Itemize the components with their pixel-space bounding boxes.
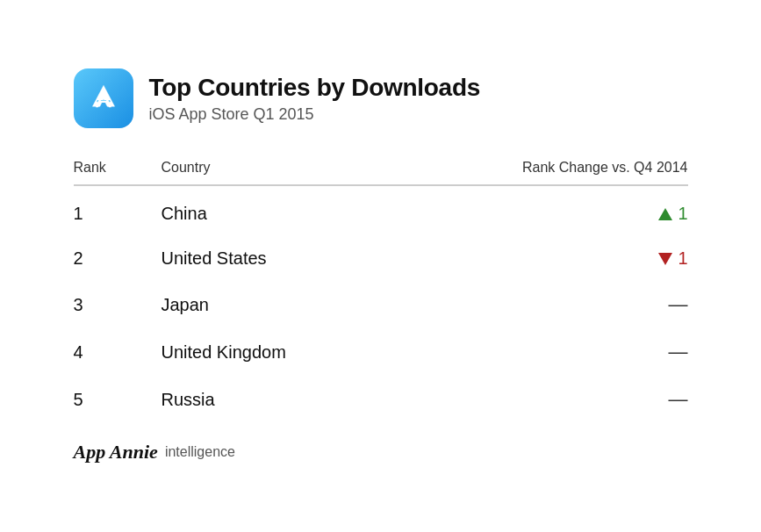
app-store-icon: A xyxy=(74,68,133,128)
table-row: 1 China 1 xyxy=(74,191,688,236)
change-cell: — xyxy=(390,293,688,316)
no-change-dash: — xyxy=(669,293,688,316)
change-cell: — xyxy=(390,388,688,411)
col-header-country: Country xyxy=(162,160,390,176)
change-cell: — xyxy=(390,341,688,363)
table-row: 4 United Kingdom — xyxy=(74,328,688,376)
no-change-dash: — xyxy=(669,341,688,363)
main-card: A Top Countries by Downloads iOS App Sto… xyxy=(39,42,723,490)
country-cell: China xyxy=(162,204,390,224)
country-cell: Russia xyxy=(162,390,390,410)
table-header-row: Rank Country Rank Change vs. Q4 2014 xyxy=(74,153,688,186)
header-section: A Top Countries by Downloads iOS App Sto… xyxy=(74,68,688,128)
rank-cell: 5 xyxy=(74,390,162,410)
rank-cell: 3 xyxy=(74,295,162,315)
brand-name: App Annie xyxy=(74,441,158,464)
rank-cell: 1 xyxy=(74,204,162,224)
main-title: Top Countries by Downloads xyxy=(149,74,480,102)
no-change-dash: — xyxy=(669,388,688,411)
country-cell: Japan xyxy=(162,295,390,315)
change-cell: 1 xyxy=(390,248,688,269)
data-table: Rank Country Rank Change vs. Q4 2014 1 C… xyxy=(74,153,688,423)
rank-cell: 4 xyxy=(74,342,162,363)
table-row: 3 Japan — xyxy=(74,281,688,328)
change-cell: 1 xyxy=(390,204,688,224)
arrow-up-icon xyxy=(658,208,672,220)
footer-section: App Annie intelligence xyxy=(74,441,688,464)
table-row: 5 Russia — xyxy=(74,376,688,423)
table-body: 1 China 1 2 United States 1 3 Japan xyxy=(74,191,688,423)
sub-title: iOS App Store Q1 2015 xyxy=(149,105,480,124)
col-header-rank: Rank xyxy=(74,160,162,176)
country-cell: United States xyxy=(162,248,390,269)
brand-suffix: intelligence xyxy=(165,444,235,460)
arrow-down-icon xyxy=(658,253,672,265)
country-cell: United Kingdom xyxy=(162,342,390,363)
header-text-block: Top Countries by Downloads iOS App Store… xyxy=(149,74,480,124)
table-row: 2 United States 1 xyxy=(74,236,688,281)
col-header-change: Rank Change vs. Q4 2014 xyxy=(390,160,688,176)
rank-cell: 2 xyxy=(74,248,162,269)
change-value: 1 xyxy=(678,204,687,224)
change-value: 1 xyxy=(678,248,687,269)
svg-text:A: A xyxy=(96,87,111,113)
